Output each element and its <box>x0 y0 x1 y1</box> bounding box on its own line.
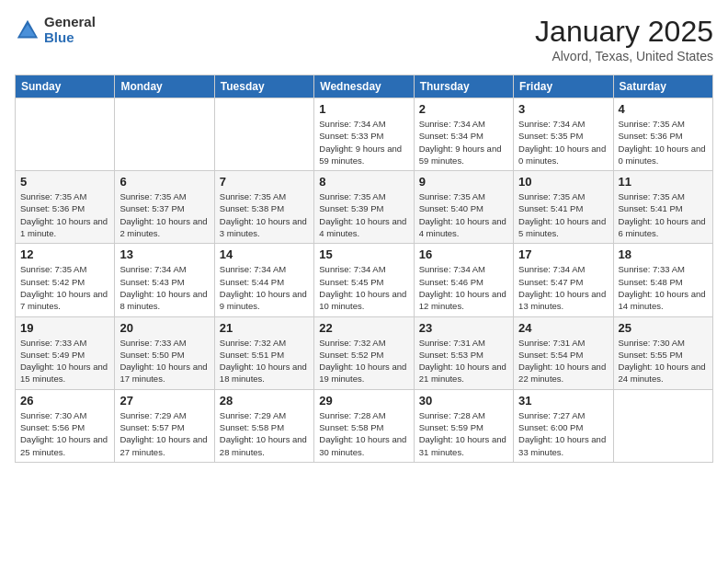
day-number: 23 <box>419 321 508 335</box>
day-number: 13 <box>119 247 209 261</box>
calendar-cell: 28Sunrise: 7:29 AM Sunset: 5:58 PM Dayli… <box>214 389 313 462</box>
day-info: Sunrise: 7:33 AM Sunset: 5:49 PM Dayligh… <box>20 337 109 385</box>
calendar-cell: 24Sunrise: 7:31 AM Sunset: 5:54 PM Dayli… <box>514 316 613 389</box>
day-number: 24 <box>518 321 608 335</box>
day-number: 20 <box>119 321 209 335</box>
day-info: Sunrise: 7:34 AM Sunset: 5:43 PM Dayligh… <box>119 263 209 312</box>
day-of-week-header: Thursday <box>414 75 513 98</box>
day-number: 15 <box>319 247 408 261</box>
day-info: Sunrise: 7:35 AM Sunset: 5:36 PM Dayligh… <box>20 190 109 239</box>
logo-general-text: General <box>44 15 96 30</box>
calendar-cell: 7Sunrise: 7:35 AM Sunset: 5:38 PM Daylig… <box>214 171 313 244</box>
day-info: Sunrise: 7:35 AM Sunset: 5:40 PM Dayligh… <box>419 190 508 239</box>
calendar-cell <box>115 98 214 171</box>
day-number: 28 <box>220 394 309 408</box>
day-of-week-header: Monday <box>115 75 214 98</box>
calendar-cell: 1Sunrise: 7:34 AM Sunset: 5:33 PM Daylig… <box>314 98 414 171</box>
calendar-cell: 31Sunrise: 7:27 AM Sunset: 6:00 PM Dayli… <box>514 389 613 462</box>
calendar-cell: 2Sunrise: 7:34 AM Sunset: 5:34 PM Daylig… <box>414 98 513 171</box>
day-number: 6 <box>119 175 209 189</box>
day-info: Sunrise: 7:35 AM Sunset: 5:41 PM Dayligh… <box>619 190 708 239</box>
logo-text: General Blue <box>44 15 96 45</box>
calendar-cell: 12Sunrise: 7:35 AM Sunset: 5:42 PM Dayli… <box>16 244 115 316</box>
calendar-cell: 15Sunrise: 7:34 AM Sunset: 5:45 PM Dayli… <box>314 244 414 316</box>
calendar-week-row: 5Sunrise: 7:35 AM Sunset: 5:36 PM Daylig… <box>16 171 713 244</box>
calendar-week-row: 26Sunrise: 7:30 AM Sunset: 5:56 PM Dayli… <box>16 389 713 462</box>
day-number: 12 <box>20 247 109 261</box>
calendar-header-row: SundayMondayTuesdayWednesdayThursdayFrid… <box>16 75 713 98</box>
calendar-cell: 18Sunrise: 7:33 AM Sunset: 5:48 PM Dayli… <box>613 244 712 316</box>
calendar-cell: 8Sunrise: 7:35 AM Sunset: 5:39 PM Daylig… <box>314 171 414 244</box>
day-info: Sunrise: 7:35 AM Sunset: 5:38 PM Dayligh… <box>220 190 309 239</box>
title-block: January 2025 Alvord, Texas, United State… <box>535 15 713 63</box>
day-info: Sunrise: 7:32 AM Sunset: 5:52 PM Dayligh… <box>319 337 408 385</box>
calendar-cell <box>214 98 313 171</box>
day-info: Sunrise: 7:28 AM Sunset: 5:59 PM Dayligh… <box>419 409 508 458</box>
calendar-cell: 19Sunrise: 7:33 AM Sunset: 5:49 PM Dayli… <box>16 316 115 389</box>
day-info: Sunrise: 7:28 AM Sunset: 5:58 PM Dayligh… <box>319 409 408 458</box>
calendar-cell: 3Sunrise: 7:34 AM Sunset: 5:35 PM Daylig… <box>514 98 613 171</box>
calendar-cell: 25Sunrise: 7:30 AM Sunset: 5:55 PM Dayli… <box>613 316 712 389</box>
logo-icon <box>15 17 40 43</box>
calendar-title: January 2025 <box>535 15 713 49</box>
day-info: Sunrise: 7:34 AM Sunset: 5:35 PM Dayligh… <box>518 118 608 167</box>
calendar-week-row: 19Sunrise: 7:33 AM Sunset: 5:49 PM Dayli… <box>16 316 713 389</box>
day-number: 17 <box>518 247 608 261</box>
day-number: 11 <box>619 175 708 189</box>
calendar-cell: 9Sunrise: 7:35 AM Sunset: 5:40 PM Daylig… <box>414 171 513 244</box>
day-number: 2 <box>419 102 508 116</box>
calendar-cell: 30Sunrise: 7:28 AM Sunset: 5:59 PM Dayli… <box>414 389 513 462</box>
calendar-cell <box>613 389 712 462</box>
day-info: Sunrise: 7:31 AM Sunset: 5:54 PM Dayligh… <box>518 337 608 385</box>
page-header: General Blue January 2025 Alvord, Texas,… <box>15 15 713 63</box>
day-number: 29 <box>319 394 408 408</box>
day-number: 26 <box>20 394 109 408</box>
day-info: Sunrise: 7:34 AM Sunset: 5:45 PM Dayligh… <box>319 263 408 312</box>
day-info: Sunrise: 7:34 AM Sunset: 5:44 PM Dayligh… <box>220 263 309 312</box>
day-info: Sunrise: 7:31 AM Sunset: 5:53 PM Dayligh… <box>419 337 508 385</box>
day-number: 5 <box>20 175 109 189</box>
calendar-cell: 29Sunrise: 7:28 AM Sunset: 5:58 PM Dayli… <box>314 389 414 462</box>
day-number: 1 <box>319 102 408 116</box>
day-info: Sunrise: 7:34 AM Sunset: 5:47 PM Dayligh… <box>518 263 608 312</box>
calendar-cell: 5Sunrise: 7:35 AM Sunset: 5:36 PM Daylig… <box>16 171 115 244</box>
day-info: Sunrise: 7:29 AM Sunset: 5:57 PM Dayligh… <box>119 409 209 458</box>
day-of-week-header: Wednesday <box>314 75 414 98</box>
day-number: 10 <box>518 175 608 189</box>
day-number: 8 <box>319 175 408 189</box>
day-info: Sunrise: 7:30 AM Sunset: 5:55 PM Dayligh… <box>619 337 708 385</box>
calendar-cell: 10Sunrise: 7:35 AM Sunset: 5:41 PM Dayli… <box>514 171 613 244</box>
day-of-week-header: Sunday <box>16 75 115 98</box>
day-number: 4 <box>619 102 708 116</box>
day-of-week-header: Tuesday <box>214 75 313 98</box>
day-info: Sunrise: 7:35 AM Sunset: 5:36 PM Dayligh… <box>619 118 708 167</box>
day-info: Sunrise: 7:29 AM Sunset: 5:58 PM Dayligh… <box>220 409 309 458</box>
day-info: Sunrise: 7:33 AM Sunset: 5:50 PM Dayligh… <box>119 337 209 385</box>
calendar-cell: 13Sunrise: 7:34 AM Sunset: 5:43 PM Dayli… <box>115 244 214 316</box>
day-of-week-header: Saturday <box>613 75 712 98</box>
day-number: 14 <box>220 247 309 261</box>
day-number: 9 <box>419 175 508 189</box>
calendar-cell: 17Sunrise: 7:34 AM Sunset: 5:47 PM Dayli… <box>514 244 613 316</box>
day-number: 22 <box>319 321 408 335</box>
logo: General Blue <box>15 15 96 45</box>
calendar-cell: 6Sunrise: 7:35 AM Sunset: 5:37 PM Daylig… <box>115 171 214 244</box>
calendar-cell: 23Sunrise: 7:31 AM Sunset: 5:53 PM Dayli… <box>414 316 513 389</box>
day-info: Sunrise: 7:32 AM Sunset: 5:51 PM Dayligh… <box>220 337 309 385</box>
calendar-subtitle: Alvord, Texas, United States <box>535 49 713 63</box>
calendar-cell: 27Sunrise: 7:29 AM Sunset: 5:57 PM Dayli… <box>115 389 214 462</box>
day-info: Sunrise: 7:35 AM Sunset: 5:39 PM Dayligh… <box>319 190 408 239</box>
day-number: 3 <box>518 102 608 116</box>
calendar-cell: 16Sunrise: 7:34 AM Sunset: 5:46 PM Dayli… <box>414 244 513 316</box>
calendar-cell: 14Sunrise: 7:34 AM Sunset: 5:44 PM Dayli… <box>214 244 313 316</box>
day-info: Sunrise: 7:34 AM Sunset: 5:46 PM Dayligh… <box>419 263 508 312</box>
calendar-cell: 21Sunrise: 7:32 AM Sunset: 5:51 PM Dayli… <box>214 316 313 389</box>
day-number: 21 <box>220 321 309 335</box>
day-number: 27 <box>119 394 209 408</box>
day-number: 18 <box>619 247 708 261</box>
day-info: Sunrise: 7:27 AM Sunset: 6:00 PM Dayligh… <box>518 409 608 458</box>
day-info: Sunrise: 7:34 AM Sunset: 5:34 PM Dayligh… <box>419 118 508 167</box>
day-info: Sunrise: 7:35 AM Sunset: 5:41 PM Dayligh… <box>518 190 608 239</box>
day-info: Sunrise: 7:30 AM Sunset: 5:56 PM Dayligh… <box>20 409 109 458</box>
calendar-table: SundayMondayTuesdayWednesdayThursdayFrid… <box>15 75 713 463</box>
